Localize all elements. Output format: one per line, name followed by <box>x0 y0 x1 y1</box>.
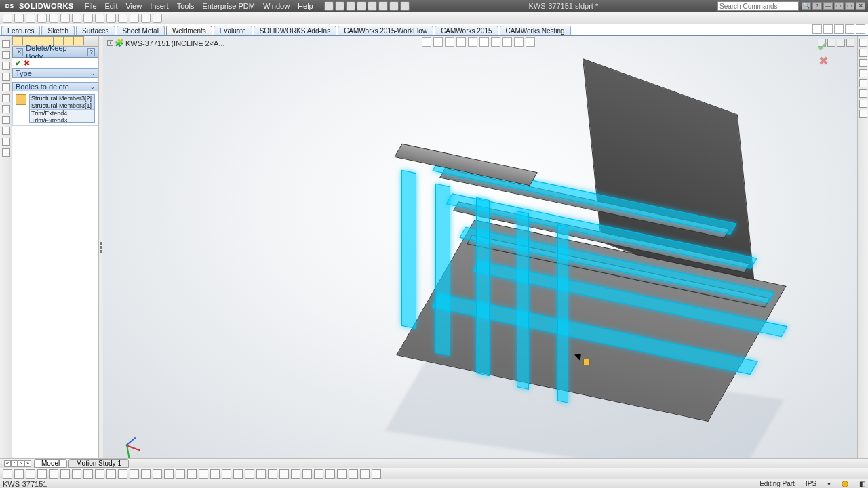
orientation-triad[interactable] <box>114 426 141 453</box>
tb-icon[interactable] <box>3 14 12 23</box>
edit-appear-icon[interactable] <box>502 37 512 47</box>
list-item[interactable]: Trim/Extend4 <box>30 110 94 117</box>
view-orient-icon[interactable] <box>468 37 477 47</box>
propmgr-close-icon[interactable]: ✕ <box>16 48 23 56</box>
bt-icon[interactable] <box>291 469 300 479</box>
status-extra-icon[interactable]: ◧ <box>859 480 865 487</box>
tb-icon[interactable] <box>106 14 116 23</box>
taskpane-file-explorer-icon[interactable] <box>859 59 867 67</box>
bt-icon[interactable] <box>72 469 81 479</box>
vp-icon[interactable] <box>837 39 845 47</box>
status-menu-icon[interactable]: ▾ <box>827 480 831 487</box>
tab-camworks[interactable]: CAMWorks 2015 <box>435 26 498 35</box>
taskpane-extra-icon[interactable] <box>859 110 867 118</box>
collapse-ribbon-icon[interactable] <box>812 24 822 34</box>
tab-surfaces[interactable]: Surfaces <box>76 26 115 35</box>
ltb-icon[interactable] <box>2 62 10 70</box>
qat-rebuild-icon[interactable] <box>389 1 399 11</box>
graphics-viewport[interactable]: + 🧩 KWS-377151 (INCLINE 2<A... ✔ ✖ <box>103 36 857 458</box>
menu-edit[interactable]: Edit <box>101 2 122 10</box>
bt-icon[interactable] <box>164 469 174 479</box>
bt-icon[interactable] <box>245 469 254 479</box>
tb-icon[interactable] <box>153 14 162 23</box>
bt-icon[interactable] <box>153 469 162 479</box>
menu-view[interactable]: View <box>121 2 146 10</box>
help-icon[interactable]: ? <box>812 2 822 10</box>
tab-last-icon[interactable]: » <box>24 460 31 467</box>
qat-save-icon[interactable] <box>346 1 355 11</box>
tab-first-icon[interactable]: « <box>4 460 11 467</box>
bt-icon[interactable] <box>279 469 289 479</box>
bt-icon[interactable] <box>199 469 208 479</box>
tb-icon[interactable] <box>60 14 70 23</box>
apply-scene-icon[interactable] <box>514 37 524 47</box>
bt-icon[interactable] <box>37 469 47 479</box>
tb-icon[interactable] <box>118 14 127 23</box>
search-input[interactable] <box>719 3 797 10</box>
ribbon-icon[interactable] <box>823 24 833 34</box>
tab-weldments[interactable]: Weldments <box>166 26 212 35</box>
bt-icon[interactable] <box>130 469 139 479</box>
bt-icon[interactable] <box>187 469 197 479</box>
restore-icon[interactable]: ▭ <box>834 2 844 10</box>
bt-icon[interactable] <box>83 469 93 479</box>
tab-addins[interactable]: SOLIDWORKS Add-Ins <box>254 26 336 35</box>
ribbon-icon[interactable] <box>834 24 844 34</box>
bt-icon[interactable] <box>222 469 231 479</box>
ltb-icon[interactable] <box>2 94 10 102</box>
menu-file[interactable]: File <box>81 2 101 10</box>
menu-help[interactable]: Help <box>294 2 317 10</box>
taskpane-view-palette-icon[interactable] <box>859 69 867 77</box>
bt-icon[interactable] <box>337 469 347 479</box>
ltb-icon[interactable] <box>2 73 10 81</box>
ltb-icon[interactable] <box>2 83 10 92</box>
qat-new-icon[interactable] <box>324 1 334 11</box>
zoom-fit-icon[interactable] <box>422 37 431 47</box>
bt-icon[interactable] <box>118 469 127 479</box>
bt-icon[interactable] <box>326 469 335 479</box>
menu-window[interactable]: Window <box>259 2 294 10</box>
tab-sheet-metal[interactable]: Sheet Metal <box>117 26 165 35</box>
status-units[interactable]: IPS <box>806 480 816 487</box>
minimize-icon[interactable]: — <box>823 2 833 10</box>
qat-undo-icon[interactable] <box>368 1 377 11</box>
taskpane-resources-icon[interactable] <box>859 39 867 47</box>
tb-icon[interactable] <box>130 14 139 23</box>
confirm-corner-cancel-icon[interactable]: ✖ <box>818 54 829 68</box>
bt-icon[interactable] <box>3 469 12 479</box>
section-view-icon[interactable] <box>456 37 466 47</box>
tab-evaluate[interactable]: Evaluate <box>214 26 252 35</box>
tab-camworks-workflow[interactable]: CAMWorks 2015-WorkFlow <box>338 26 433 35</box>
ok-button[interactable]: ✔ <box>15 59 21 68</box>
bt-icon[interactable] <box>302 469 312 479</box>
ltb-icon[interactable] <box>2 105 10 113</box>
zoom-area-icon[interactable] <box>433 37 443 47</box>
tb-icon[interactable] <box>49 14 58 23</box>
ltb-icon[interactable] <box>2 127 10 135</box>
bt-icon[interactable] <box>14 469 24 479</box>
search-box[interactable] <box>717 1 799 11</box>
display-style-icon[interactable] <box>479 37 489 47</box>
tab-sketch[interactable]: Sketch <box>41 26 75 35</box>
tb-icon[interactable] <box>95 14 104 23</box>
bt-icon[interactable] <box>256 469 266 479</box>
vp-icon[interactable] <box>846 39 854 47</box>
close-icon[interactable]: ✕ <box>856 2 865 10</box>
bt-icon[interactable] <box>49 469 58 479</box>
fm-tab-feature-icon[interactable] <box>12 36 23 45</box>
taskpane-forum-icon[interactable] <box>859 100 867 108</box>
taskpane-custom-props-icon[interactable] <box>859 89 867 98</box>
view-settings-icon[interactable] <box>526 37 535 47</box>
search-go-icon[interactable]: 🔍 <box>802 2 811 10</box>
tb-icon[interactable] <box>72 14 81 23</box>
bt-icon[interactable] <box>349 469 358 479</box>
bt-icon[interactable] <box>314 469 323 479</box>
ltb-icon[interactable] <box>2 40 10 48</box>
tab-next-icon[interactable]: › <box>18 460 24 467</box>
bt-icon[interactable] <box>360 469 370 479</box>
ribbon-close-icon[interactable] <box>856 24 865 34</box>
tab-model[interactable]: Model <box>34 459 67 468</box>
bt-icon[interactable] <box>372 469 381 479</box>
menu-epdm[interactable]: Enterprise PDM <box>198 2 259 10</box>
tb-icon[interactable] <box>37 14 47 23</box>
